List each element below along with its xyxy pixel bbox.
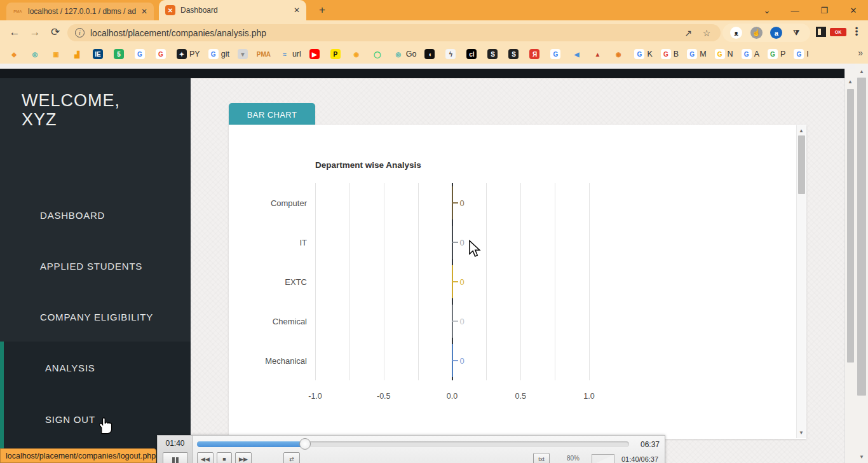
sidebar-item-analysis[interactable]: ANALYSIS (45, 363, 95, 373)
tab-search-icon[interactable]: ⌄ (752, 0, 782, 20)
tab-close-icon[interactable]: ✕ (294, 6, 300, 15)
bookmark-item[interactable]: PMA (259, 49, 271, 59)
bookmark-item[interactable]: ◎ (30, 49, 43, 59)
bookmark-item[interactable]: ◆ (9, 49, 22, 59)
bookmark-item[interactable]: ▲ (592, 49, 605, 59)
seek-handle[interactable] (299, 438, 311, 450)
bookmark-item[interactable]: ✦ PY (177, 49, 200, 59)
chart-card: Department wise Analysis Computer IT EXT… (229, 125, 806, 439)
sidebar-item-sign-out[interactable]: SIGN OUT (45, 414, 95, 425)
bookmark-item[interactable]: G I (794, 49, 808, 59)
tab-title: localhost / 127.0.0.1 / dbms / ad (28, 7, 136, 16)
tab-close-icon[interactable]: ✕ (141, 7, 147, 16)
address-bar[interactable]: i localhost/placement/companies/analysis… (67, 24, 721, 41)
sidebar-item-applied-students[interactable]: APPLIED STUDENTS (40, 261, 142, 272)
bookmark-item[interactable]: G (135, 49, 147, 59)
bookmark-item[interactable]: ◉ (351, 49, 364, 59)
url-text[interactable]: localhost/placement/companies/analysis.p… (90, 28, 676, 38)
bookmark-item[interactable]: P (330, 49, 343, 59)
volume-icon[interactable] (592, 455, 614, 463)
pause-button[interactable] (163, 452, 188, 463)
maximize-button[interactable]: ❐ (810, 0, 839, 20)
bookmark-item[interactable]: ◯ (372, 49, 385, 59)
bookmark-item[interactable]: G git (208, 49, 229, 59)
elapsed-time: 01:40 (158, 439, 193, 448)
bookmark-item[interactable]: ▶ (309, 49, 322, 59)
bookmark-item[interactable]: G (156, 49, 168, 59)
reload-button[interactable]: ⟳ (48, 26, 62, 39)
bar-chart-tab[interactable]: BAR CHART (229, 103, 315, 126)
sidebar-item-company-eligibility[interactable]: COMPANY ELIGIBILITY (40, 312, 153, 322)
bookmark-item[interactable]: ▼ (238, 49, 250, 59)
subtitle-button[interactable]: txt (533, 453, 550, 463)
bookmark-item[interactable]: Я (529, 49, 542, 59)
scroll-up-icon[interactable]: ▲ (855, 69, 868, 74)
stop-button[interactable]: ■ (217, 452, 232, 463)
bookmark-item[interactable]: IE (93, 49, 105, 59)
tab-phpmyadmin[interactable]: PMA localhost / 127.0.0.1 / dbms / ad ✕ (6, 3, 154, 20)
extension-icon[interactable]: ᴥ (730, 27, 742, 39)
bookmark-item[interactable]: G P (768, 49, 785, 59)
ab-repeat-button[interactable]: ⇄ (283, 452, 300, 463)
page-scrollbar[interactable]: ▲ (844, 69, 855, 463)
bookmark-item[interactable]: G (550, 49, 563, 59)
gridline (589, 183, 590, 380)
share-icon[interactable]: ↗ (682, 28, 695, 38)
bookmark-item[interactable]: ≈ url (280, 49, 301, 59)
scrollbar-thumb[interactable] (847, 89, 854, 363)
new-tab-button[interactable]: + (316, 4, 328, 16)
bookmark-item[interactable]: ◀ (571, 49, 584, 59)
value-label: 0 (460, 356, 465, 366)
ok-badge-icon[interactable]: OK (830, 28, 846, 36)
gridline (384, 183, 384, 380)
bookmark-favicon-icon: ▼ (238, 49, 248, 59)
scroll-up-icon[interactable]: ▲ (845, 79, 855, 85)
extension-icon[interactable]: ☝ (750, 27, 763, 39)
bookmark-item[interactable]: ▣ (51, 49, 64, 59)
bookmark-item[interactable]: ◉ (613, 49, 626, 59)
seek-slider[interactable] (197, 441, 629, 447)
bookmark-item[interactable]: cl (466, 49, 479, 59)
bookmark-item[interactable]: G A (742, 49, 759, 59)
scroll-down-icon[interactable]: ▼ (855, 454, 868, 460)
bookmark-item[interactable]: G M (687, 49, 706, 59)
next-button[interactable]: ▶▶ (235, 452, 252, 463)
bookmark-item[interactable]: S (508, 49, 521, 59)
category-label: EXTC (237, 277, 307, 287)
gridline (315, 183, 316, 380)
tab-dashboard[interactable]: ✕ Dashboard ✕ (159, 0, 306, 20)
forward-button[interactable]: → (28, 26, 42, 39)
browser-scrollbar[interactable]: ▲ ▼ (855, 64, 868, 463)
extension-icon[interactable]: ⧩ (790, 27, 803, 39)
sidebar-item-dashboard[interactable]: DASHBOARD (40, 210, 105, 221)
extension-icon[interactable]: a (770, 27, 782, 39)
scrollbar-thumb[interactable] (857, 78, 866, 396)
bookmark-item[interactable]: ▟ (72, 49, 85, 59)
scrollbar-thumb[interactable] (798, 135, 805, 194)
bookmark-item[interactable]: 5 (114, 49, 126, 59)
browser-menu-button[interactable]: ••• (852, 27, 861, 36)
close-window-button[interactable]: ✕ (839, 0, 868, 20)
bookmark-star-icon[interactable]: ☆ (700, 28, 713, 38)
side-panel-icon[interactable] (816, 27, 826, 37)
bookmark-item[interactable]: G K (634, 49, 652, 59)
scroll-up-icon[interactable]: ▲ (797, 128, 806, 134)
bookmark-item[interactable]: ϟ (445, 49, 458, 59)
bookmark-item[interactable]: G B (661, 49, 679, 59)
value-label: 0 (460, 238, 465, 247)
xampp-favicon-icon: ✕ (165, 5, 175, 15)
bookmark-favicon-icon: ◯ (372, 49, 383, 59)
card-scrollbar[interactable]: ▲ ▼ (796, 125, 806, 438)
bookmark-item[interactable]: ◖ (424, 49, 437, 59)
minimize-button[interactable]: — (780, 0, 810, 20)
bookmark-favicon-icon: S (487, 49, 498, 59)
bookmark-item[interactable]: S (487, 49, 500, 59)
previous-button[interactable]: ◀◀ (197, 452, 214, 463)
bookmark-item[interactable]: ◎ Go (393, 49, 417, 59)
scroll-down-icon[interactable]: ▼ (797, 430, 806, 436)
site-info-icon[interactable]: i (75, 28, 85, 38)
gridline (486, 183, 487, 380)
bookmark-item[interactable]: G N (715, 49, 733, 59)
bookmarks-overflow-chevron[interactable]: » (858, 48, 863, 58)
back-button[interactable]: ← (8, 26, 22, 39)
